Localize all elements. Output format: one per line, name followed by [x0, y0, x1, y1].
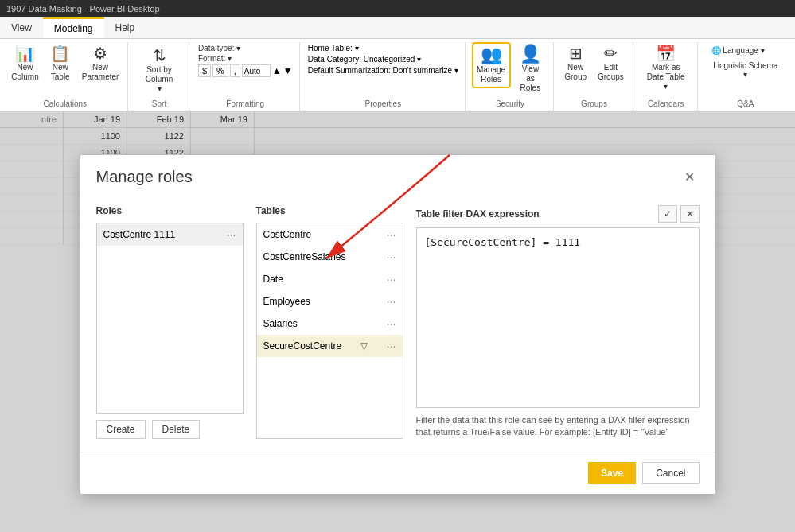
- ribbon-group-calendars: 📅 Mark asDate Table ▾ Calendars: [635, 42, 698, 111]
- tables-list: CostCentre ··· CostCentreSalaries ··· Da…: [256, 223, 403, 439]
- comma-btn[interactable]: ,: [230, 64, 240, 77]
- role-menu-icon[interactable]: ···: [227, 228, 236, 241]
- tables-panel-title: Tables: [256, 205, 403, 216]
- dax-header: Table filter DAX expression ✓ ✕: [416, 205, 700, 223]
- manage-roles-icon: 👥: [481, 46, 502, 64]
- default-summarization-dropdown[interactable]: Default Summarization: Don't summarize ▾: [308, 66, 458, 75]
- percent-btn[interactable]: %: [212, 64, 228, 77]
- table-item-securecostcentre[interactable]: SecureCostCentre ▽ ···: [257, 335, 403, 357]
- tab-help[interactable]: Help: [104, 17, 146, 38]
- table-label-costcentresalaries: CostCentreSalaries: [263, 251, 346, 262]
- new-table-button[interactable]: 📋 NewTable: [45, 42, 76, 85]
- modal-footer: Save Cancel: [80, 452, 715, 494]
- modal-close-button[interactable]: ✕: [680, 168, 700, 186]
- manage-roles-button[interactable]: 👥 ManageRoles: [472, 42, 511, 88]
- calendars-label: Calendars: [640, 99, 692, 111]
- increase-decimals[interactable]: ▲: [272, 65, 282, 76]
- delete-role-button[interactable]: Delete: [152, 420, 201, 439]
- mark-as-date-table-button[interactable]: 📅 Mark asDate Table ▾: [640, 42, 692, 95]
- security-label: Security: [472, 99, 549, 111]
- main-area: ntre Jan 19 Feb 19 Mar 19 11001122 11001…: [0, 111, 795, 532]
- table-label-salaries: Salaries: [263, 318, 298, 329]
- ribbon-group-groups: ⊞ NewGroup ✏ EditGroups Groups: [555, 42, 633, 111]
- view-as-roles-icon: 👤: [520, 45, 541, 63]
- data-type-label: Data type: ▾: [198, 44, 240, 52]
- tab-view[interactable]: View: [0, 17, 43, 38]
- new-group-button[interactable]: ⊞ NewGroup: [559, 42, 591, 85]
- data-category-dropdown[interactable]: Data Category: Uncategorized ▾: [308, 55, 421, 64]
- table-label-date: Date: [263, 274, 283, 285]
- cancel-button[interactable]: Cancel: [642, 462, 699, 484]
- role-item-label: CostCentre 1111: [103, 229, 176, 240]
- table-label-employees: Employees: [263, 296, 310, 307]
- new-group-icon: ⊞: [569, 45, 583, 61]
- linguistic-schema-button[interactable]: Linguistic Schema ▾: [707, 59, 784, 81]
- dax-expression: [SecureCostCentre] = 1111: [425, 236, 581, 248]
- table-item-costcentre[interactable]: CostCentre ···: [257, 223, 403, 246]
- table-menu-securecostcentre[interactable]: ···: [387, 340, 396, 352]
- groups-label: Groups: [560, 99, 628, 111]
- view-as-roles-button[interactable]: 👤 View asRoles: [512, 42, 549, 96]
- ribbon-tabs: View Modeling Help: [0, 17, 795, 39]
- calculations-label: Calculations: [8, 99, 123, 111]
- ribbon-group-security: 👥 ManageRoles 👤 View asRoles Security: [467, 42, 555, 111]
- save-button[interactable]: Save: [588, 462, 636, 484]
- format-label: Format: ▾: [198, 54, 232, 63]
- dax-confirm-button[interactable]: ✓: [658, 205, 677, 223]
- filter-icon: ▽: [360, 340, 368, 351]
- ribbon-group-sort: ⇅ Sort byColumn ▾ Sort: [130, 42, 190, 111]
- table-item-employees[interactable]: Employees ···: [257, 290, 403, 313]
- roles-panel-title: Roles: [96, 205, 244, 216]
- ribbon-group-formatting: Data type: ▾ Format: ▾ $ % , ▲ ▼ Forma: [191, 42, 300, 111]
- ribbon-group-calculations: 📊 NewColumn 📋 NewTable ⚙ NewParameter Ca…: [3, 42, 128, 111]
- currency-btn[interactable]: $: [198, 64, 211, 77]
- new-parameter-button[interactable]: ⚙ NewParameter: [77, 42, 124, 85]
- auto-input[interactable]: [242, 64, 271, 77]
- table-item-costcentresalaries[interactable]: CostCentreSalaries ···: [257, 246, 403, 268]
- new-parameter-icon: ⚙: [93, 45, 107, 61]
- home-table-dropdown[interactable]: Home Table: ▾: [308, 44, 359, 52]
- table-item-date[interactable]: Date ···: [257, 268, 403, 290]
- roles-panel: Roles CostCentre 1111 ··· Create Delete: [96, 205, 244, 439]
- modal-header: Manage roles ✕: [80, 155, 715, 192]
- sort-by-column-area: ⇅ Sort byColumn ▾: [134, 42, 185, 99]
- dax-actions: ✓ ✕: [658, 205, 700, 223]
- table-menu-costcentresalaries[interactable]: ···: [387, 250, 396, 263]
- edit-groups-button[interactable]: ✏ EditGroups: [593, 42, 629, 85]
- calendar-icon: 📅: [656, 45, 676, 61]
- qa-label: Q&A: [704, 99, 787, 111]
- ribbon-content: 📊 NewColumn 📋 NewTable ⚙ NewParameter Ca…: [0, 39, 795, 111]
- new-table-icon: 📋: [50, 45, 70, 61]
- tables-panel: Tables CostCentre ··· CostCentreSalaries…: [256, 205, 403, 439]
- table-label-costcentre: CostCentre: [263, 229, 312, 240]
- ribbon: View Modeling Help 📊 NewColumn 📋 NewTabl…: [0, 17, 795, 111]
- table-item-salaries[interactable]: Salaries ···: [257, 313, 403, 335]
- modal-overlay: Manage roles ✕ Roles CostCentre 1111 ···…: [0, 111, 795, 532]
- properties-label: Properties: [306, 99, 460, 111]
- sort-by-column-button[interactable]: ⇅ Sort byColumn ▾: [138, 45, 181, 97]
- tab-modeling[interactable]: Modeling: [43, 17, 104, 38]
- create-role-button[interactable]: Create: [96, 420, 146, 439]
- table-menu-costcentre[interactable]: ···: [387, 228, 396, 241]
- edit-groups-icon: ✏: [604, 45, 618, 61]
- table-menu-employees[interactable]: ···: [387, 295, 396, 308]
- role-item[interactable]: CostCentre 1111 ···: [97, 223, 243, 246]
- title-bar: 1907 Data Masking - Power BI Desktop: [0, 0, 795, 17]
- new-column-icon: 📊: [15, 45, 35, 61]
- table-menu-salaries[interactable]: ···: [387, 317, 396, 330]
- decrease-decimals[interactable]: ▼: [283, 65, 293, 76]
- new-column-button[interactable]: 📊 NewColumn: [6, 42, 43, 85]
- language-button[interactable]: 🌐 Language ▾: [707, 44, 784, 57]
- dax-footer: Filter the data that this role can see b…: [416, 414, 700, 439]
- table-label-securecostcentre: SecureCostCentre: [263, 340, 342, 351]
- formatting-label: Formatting: [196, 99, 294, 111]
- dax-panel: Table filter DAX expression ✓ ✕ [SecureC…: [416, 205, 700, 439]
- ribbon-group-properties: Home Table: ▾ Data Category: Uncategoriz…: [302, 42, 466, 111]
- modal-title: Manage roles: [96, 168, 193, 186]
- table-menu-date[interactable]: ···: [387, 273, 396, 285]
- dax-cancel-button[interactable]: ✕: [680, 205, 700, 223]
- roles-buttons: Create Delete: [96, 420, 244, 439]
- manage-roles-modal: Manage roles ✕ Roles CostCentre 1111 ···…: [80, 154, 716, 495]
- dax-editor[interactable]: [SecureCostCentre] = 1111: [416, 227, 700, 408]
- sort-label: Sort: [134, 99, 185, 111]
